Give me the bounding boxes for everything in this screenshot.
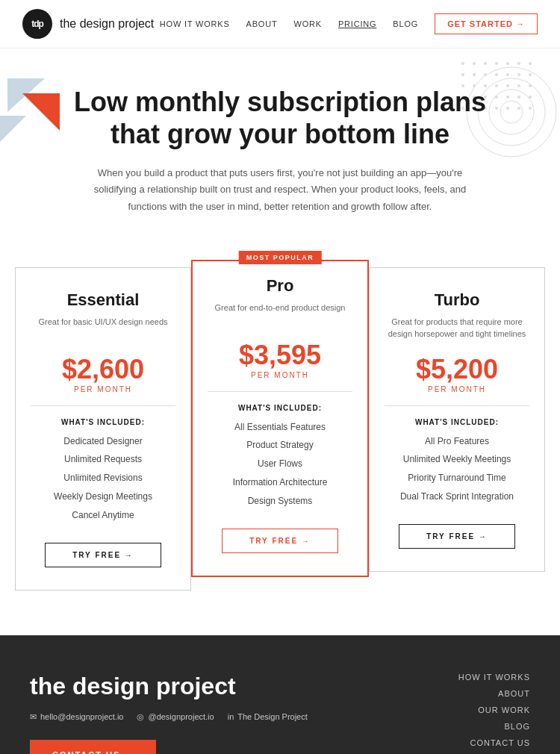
plan-desc-turbo: Great for products that require more des… bbox=[385, 316, 529, 342]
features-essential: Dedicated Designer Unlimited Requests Un… bbox=[31, 435, 175, 522]
nav-about[interactable]: ABOUT bbox=[246, 19, 278, 28]
try-free-turbo[interactable]: TRY FREE → bbox=[399, 524, 514, 549]
footer-linkedin: in The Design Project bbox=[228, 712, 308, 722]
feature-item: Weekly Design Meetings bbox=[31, 490, 175, 503]
pricing-card-turbo: Turbo Great for products that require mo… bbox=[369, 267, 545, 572]
feature-item: Cancel Anytime bbox=[31, 509, 175, 522]
logo-text: the design project bbox=[60, 17, 154, 31]
try-free-pro[interactable]: TRY FREE → bbox=[222, 529, 337, 553]
envelope-icon: ✉ bbox=[30, 712, 37, 722]
plan-price-turbo: $5,200 PER MONTH bbox=[385, 354, 529, 393]
included-label-turbo: WHAT'S INCLUDED: bbox=[385, 418, 529, 426]
features-turbo: All Pro Features Unlimited Weekly Meetin… bbox=[385, 435, 529, 503]
feature-item: Dedicated Designer bbox=[31, 435, 175, 448]
plan-name-essential: Essential bbox=[31, 290, 175, 310]
most-popular-badge: MOST POPULAR bbox=[239, 251, 322, 264]
pricing-cards: Essential Great for basic UI/UX design n… bbox=[15, 267, 545, 591]
linkedin-icon: in bbox=[228, 712, 234, 721]
plan-price-essential: $2,600 PER MONTH bbox=[31, 354, 175, 393]
footer-instagram: ◎ @designproject.io bbox=[137, 712, 214, 722]
contact-us-button[interactable]: CONTACT US → bbox=[30, 740, 156, 754]
feature-item: Dual Track Sprint Integration bbox=[385, 490, 529, 503]
logo[interactable]: tdp the design project bbox=[22, 9, 154, 39]
feature-item: Unlimited Weekly Meetings bbox=[385, 453, 529, 466]
feature-item: Unlimited Revisions bbox=[31, 472, 175, 485]
plan-desc-pro: Great for end-to-end product design bbox=[208, 302, 352, 328]
pricing-section: Essential Great for basic UI/UX design n… bbox=[0, 237, 560, 635]
footer-nav-how-it-works[interactable]: HOW IT WORKS bbox=[458, 673, 530, 682]
hero-section: Low monthly subscription plans that grow… bbox=[0, 49, 560, 237]
nav-work[interactable]: WORK bbox=[294, 19, 322, 28]
feature-item: All Essentials Features bbox=[208, 421, 352, 434]
get-started-button[interactable]: GET STARTED → bbox=[435, 13, 538, 34]
hero-description: When you build a product that puts users… bbox=[86, 165, 474, 214]
feature-item: User Flows bbox=[208, 458, 352, 470]
navbar: tdp the design project HOW IT WORKS ABOU… bbox=[0, 0, 560, 49]
footer: the design project ✉ hello@designproject… bbox=[0, 635, 560, 754]
logo-icon: tdp bbox=[22, 9, 52, 39]
instagram-icon: ◎ bbox=[137, 712, 144, 722]
plan-name-turbo: Turbo bbox=[385, 290, 529, 310]
included-label-essential: WHAT'S INCLUDED: bbox=[31, 418, 175, 426]
footer-top: the design project ✉ hello@designproject… bbox=[30, 673, 530, 754]
feature-item: Priority Turnaround Time bbox=[385, 472, 529, 485]
feature-item: Information Architecture bbox=[208, 476, 352, 489]
try-free-essential[interactable]: TRY FREE → bbox=[45, 543, 161, 567]
footer-contacts: ✉ hello@designproject.io ◎ @designprojec… bbox=[30, 712, 308, 722]
footer-nav-about[interactable]: ABOUT bbox=[458, 689, 530, 698]
hero-content: Low monthly subscription plans that grow… bbox=[22, 86, 538, 215]
feature-item: Unlimited Requests bbox=[31, 453, 175, 466]
feature-item: Product Strategy bbox=[208, 439, 352, 452]
footer-email: ✉ hello@designproject.io bbox=[30, 712, 123, 722]
plan-price-pro: $3,595 PER MONTH bbox=[208, 340, 352, 379]
feature-item: Design Systems bbox=[208, 495, 352, 508]
feature-item: All Pro Features bbox=[385, 435, 529, 448]
pricing-card-essential: Essential Great for basic UI/UX design n… bbox=[15, 267, 191, 591]
nav-blog[interactable]: BLOG bbox=[393, 19, 418, 28]
footer-nav-contact[interactable]: CONTACT US bbox=[458, 738, 530, 747]
nav-how-it-works[interactable]: HOW IT WORKS bbox=[160, 19, 230, 28]
plan-name-pro: Pro bbox=[208, 276, 352, 296]
nav-links: HOW IT WORKS ABOUT WORK PRICING BLOG GET… bbox=[160, 13, 538, 34]
footer-nav-our-work[interactable]: OUR WORK bbox=[458, 705, 530, 714]
footer-nav: HOW IT WORKS ABOUT OUR WORK BLOG CONTACT… bbox=[458, 673, 530, 754]
footer-nav-blog[interactable]: BLOG bbox=[458, 722, 530, 731]
pricing-card-pro: MOST POPULAR Pro Great for end-to-end pr… bbox=[191, 260, 369, 577]
nav-pricing[interactable]: PRICING bbox=[338, 19, 376, 28]
hero-heading: Low monthly subscription plans that grow… bbox=[22, 86, 538, 150]
included-label-pro: WHAT'S INCLUDED: bbox=[208, 404, 352, 412]
footer-logo: the design project bbox=[30, 673, 308, 700]
features-pro: All Essentials Features Product Strategy… bbox=[208, 421, 352, 508]
footer-brand: the design project ✉ hello@designproject… bbox=[30, 673, 308, 754]
plan-desc-essential: Great for basic UI/UX design needs bbox=[31, 316, 175, 342]
